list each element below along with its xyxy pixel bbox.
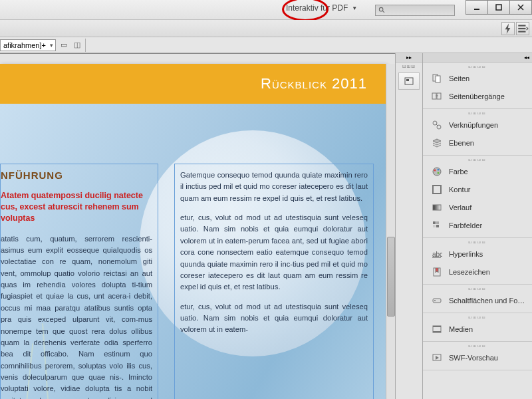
swf-icon [430,352,444,364]
panel-item-label: Ebenen [449,139,474,147]
panel-group-media: шшшш Medien [423,313,532,342]
panel-item-media[interactable]: Medien [425,321,530,338]
panel-group-swf: шшшш SWF-Vorschau [423,342,532,370]
main-area: Rückblick 2011 NFÜHRUNG Atatem quatempos… [0,53,532,399]
panel-item-label: Verlauf [449,203,471,211]
workspace-label: Interaktiv für PDF [286,3,348,13]
paragraph: etur, cus, volut od mod ut ad utestisqui… [180,212,368,293]
panel-item-color[interactable]: Farbe [425,163,530,180]
panel-item-label: SWF-Vorschau [449,354,498,362]
help-search-input[interactable] [375,5,455,16]
panel-item-stroke[interactable]: Kontur [425,181,530,198]
body-text-right: Gatemque consequo temod quunda quiate ma… [180,170,368,336]
panel-group-links: шшшш VerknüpfungenEbenen [423,109,532,156]
panel-item-swf[interactable]: SWF-Vorschau [425,349,530,366]
panel-grip[interactable]: шшшш [423,157,532,162]
panel-group-color: шшшш FarbeKonturVerlaufFarbfelder [423,156,532,238]
panel-item-label: Schaltflächen und Fo… [449,297,525,305]
panel-item-layers[interactable]: Ebenen [425,134,530,152]
stroke-icon [430,184,444,196]
frame-type-dropdown[interactable]: afikrahmen]+ [0,39,56,51]
fit-frame-icon[interactable]: ◫ [72,40,82,51]
panel-dock: ◂◂ шшшш SeitenSeitenübergänge шшшш Verkn… [423,53,532,399]
panel-group-hyperlinks: шшшш abcHyperlinksLesezeichen [423,238,532,285]
panel-item-hyperlinks[interactable]: abcHyperlinks [425,245,530,263]
svg-rect-12 [436,76,440,82]
minimize-button[interactable] [466,0,488,15]
panel-item-label: Lesezeichen [449,268,490,276]
workspace-switcher[interactable]: Interaktiv für PDF ▼ [286,3,357,13]
svg-rect-24 [433,221,436,224]
close-button[interactable] [509,0,532,15]
gradient-icon [430,201,444,213]
swatches-icon [430,219,444,231]
svg-rect-34 [433,326,441,327]
scrollbar-thumb[interactable] [387,237,395,317]
panel-item-label: Farbe [449,168,468,176]
document-canvas[interactable]: Rückblick 2011 NFÜHRUNG Atatem quatempos… [0,53,395,399]
page-header-title: Rückblick 2011 [261,75,367,92]
paragraph: etur, cus, volut od mod ut ad utestisqui… [180,301,368,336]
panel-item-label: Farbfelder [449,221,482,229]
search-icon [378,7,386,14]
title-bar: Interaktiv für PDF ▼ [0,0,532,20]
color-icon [430,166,444,178]
svg-rect-31 [433,299,441,303]
section-title: NFÜHRUNG [1,170,152,181]
panel-grip[interactable]: шшш [396,63,422,70]
pages-icon [430,72,444,84]
svg-rect-3 [496,5,501,10]
svg-rect-26 [433,225,436,227]
maximize-button[interactable] [487,0,510,15]
chevron-down-icon: ▼ [352,5,357,11]
bookmarks-icon [430,266,444,278]
view-options-button[interactable] [516,22,529,35]
panel-grip[interactable]: шшшш [423,315,532,320]
svg-point-32 [434,300,436,301]
svg-rect-22 [433,186,441,194]
frame-type-value: afikrahmen]+ [3,41,46,49]
svg-rect-25 [436,221,439,224]
panel-item-label: Seiten [449,74,469,82]
panel-item-transitions[interactable]: Seitenübergänge [425,88,530,105]
panel-item-swatches[interactable]: Farbfelder [425,217,530,234]
panel-item-buttons[interactable]: Schaltflächen und Fo… [425,292,530,309]
body-text-left: atatis cum, quatum, serrorem rescienti-a… [1,233,152,399]
svg-line-17 [436,124,438,126]
panel-grip[interactable]: шшшш [423,110,532,116]
panel-grip[interactable]: шшшш [423,343,532,348]
svg-text:abc: abc [432,251,442,258]
page-spread: Rückblick 2011 NFÜHRUNG Atatem quatempos… [0,64,386,399]
links-icon [430,119,444,131]
panel-item-links[interactable]: Verknüpfungen [425,116,530,134]
svg-point-20 [438,169,440,171]
paragraph: atatis cum, quatum, serrorem rescienti-a… [1,233,152,399]
svg-rect-27 [436,225,439,227]
panel-grip[interactable]: шшшш [423,286,532,291]
panel-group-pages: шшшш SeitenSeitenübergänge [423,63,532,109]
panel-item-label: Kontur [449,186,470,194]
svg-rect-35 [433,331,441,332]
text-frame-right[interactable]: Gatemque consequo temod quunda quiate ma… [174,164,374,399]
vertical-scrollbar[interactable] [386,64,395,399]
cc-libraries-icon[interactable] [398,72,420,90]
text-frame-left[interactable]: NFÜHRUNG Atatem quatempossi ducilig nate… [0,164,158,399]
panel-grip[interactable]: шшшш [423,239,532,245]
panel-group-buttons: шшшш Schaltflächen und Fo… [423,285,532,313]
paragraph: Gatemque consequo temod quunda quiate ma… [180,170,368,204]
lightning-icon[interactable] [501,22,515,35]
panel-item-bookmarks[interactable]: Lesezeichen [425,263,530,281]
app-bar [0,20,532,37]
separator [85,39,86,52]
svg-point-21 [438,172,440,174]
panel-grip[interactable]: шшшш [423,64,532,69]
panel-item-pages[interactable]: Seiten [425,70,530,87]
collapse-dock-button[interactable]: ▸▸ [396,53,422,63]
panel-item-label: Verknüpfungen [449,121,498,129]
fit-content-icon[interactable]: ▭ [59,40,69,51]
hyperlinks-icon: abc [430,248,444,260]
svg-point-19 [434,170,436,172]
svg-line-1 [382,11,384,13]
panel-item-gradient[interactable]: Verlauf [425,199,530,216]
collapse-panels-button[interactable]: ◂◂ [423,53,532,63]
